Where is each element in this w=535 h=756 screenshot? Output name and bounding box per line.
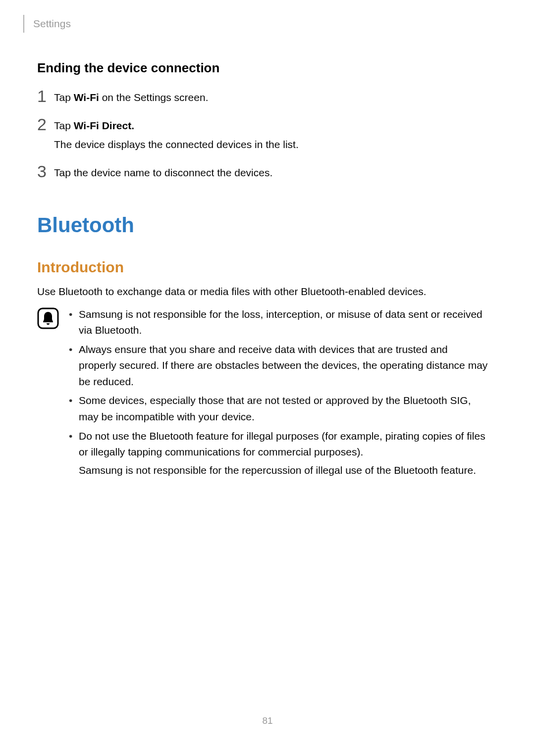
- step-text-bold: Wi-Fi Direct.: [74, 120, 134, 131]
- breadcrumb: Settings: [33, 18, 71, 30]
- step-body: Tap Wi-Fi Direct. The device displays th…: [54, 118, 488, 156]
- note-text: Always ensure that you share and receive…: [79, 342, 488, 390]
- note-block: Samsung is not responsible for the loss,…: [37, 306, 488, 481]
- header: Settings: [23, 15, 488, 33]
- page: Settings Ending the device connection 1 …: [0, 0, 535, 756]
- step-3: 3 Tap the device name to disconnect the …: [37, 165, 488, 184]
- step-body: Tap Wi-Fi on the Settings screen.: [54, 90, 488, 109]
- note-item: Some devices, especially those that are …: [68, 393, 488, 425]
- step-list: 1 Tap Wi-Fi on the Settings screen. 2 Ta…: [37, 90, 488, 184]
- note-item: Samsung is not responsible for the loss,…: [68, 306, 488, 339]
- note-list: Samsung is not responsible for the loss,…: [68, 306, 488, 481]
- step-text-bold: Wi-Fi: [74, 92, 99, 103]
- step-number: 2: [37, 116, 54, 133]
- intro-paragraph: Use Bluetooth to exchange data or media …: [37, 284, 488, 300]
- step-text-pre: Tap: [54, 120, 74, 131]
- note-text: Samsung is not responsible for the loss,…: [79, 306, 488, 339]
- step-text-pre: Tap the device name to disconnect the de…: [54, 167, 272, 178]
- subsection-title-introduction: Introduction: [37, 259, 488, 276]
- page-number: 81: [0, 715, 535, 726]
- step-number: 3: [37, 163, 54, 180]
- step-1: 1 Tap Wi-Fi on the Settings screen.: [37, 90, 488, 109]
- step-text-post: on the Settings screen.: [99, 92, 209, 103]
- step-text-extra: The device displays the connected device…: [54, 137, 488, 153]
- section-heading-ending: Ending the device connection: [37, 60, 488, 76]
- header-divider: [23, 15, 24, 33]
- step-2: 2 Tap Wi-Fi Direct. The device displays …: [37, 118, 488, 156]
- note-text: Do not use the Bluetooth feature for ill…: [79, 428, 488, 460]
- chapter-title-bluetooth: Bluetooth: [37, 213, 488, 237]
- note-text: Some devices, especially those that are …: [79, 393, 488, 425]
- step-text-pre: Tap: [54, 92, 74, 103]
- step-number: 1: [37, 88, 54, 104]
- note-item: Do not use the Bluetooth feature for ill…: [68, 428, 488, 479]
- note-text: Samsung is not responsible for the reper…: [79, 462, 488, 479]
- note-item: Always ensure that you share and receive…: [68, 342, 488, 390]
- notice-bell-icon: [37, 307, 59, 329]
- step-body: Tap the device name to disconnect the de…: [54, 165, 488, 184]
